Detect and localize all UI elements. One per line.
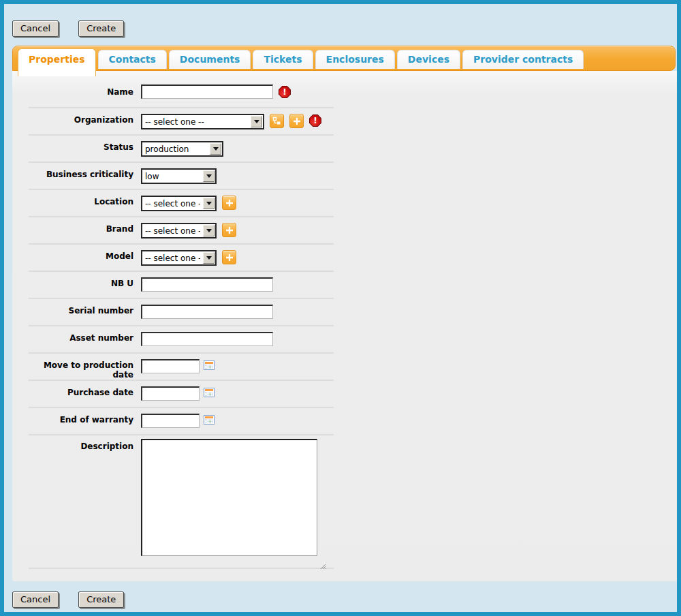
asset-number-input[interactable] [141, 332, 273, 346]
tab-contacts[interactable]: Contacts [98, 50, 167, 69]
form-row-brand: Brand -- select one -- [29, 216, 334, 243]
cancel-button[interactable]: Cancel [12, 20, 59, 37]
end-of-warranty-input[interactable] [141, 414, 200, 428]
organization-select[interactable]: -- select one -- [141, 114, 264, 129]
form-end-divider [29, 568, 334, 580]
plus-icon [225, 253, 234, 262]
location-label: Location [29, 190, 133, 206]
top-toolbar: Cancel Create [12, 20, 124, 37]
calendar-icon [204, 387, 215, 398]
chevron-down-icon [210, 143, 221, 155]
properties-panel: Name ! Organization -- select one -- [12, 71, 678, 581]
end-of-warranty-picker-button[interactable] [204, 414, 215, 427]
form-row-move-to-production-date: Move to production date [29, 352, 334, 380]
form-row-status: Status production [29, 134, 334, 161]
organization-label: Organization [29, 108, 133, 125]
name-label: Name [29, 80, 133, 97]
properties-form: Name ! Organization -- select one -- [29, 71, 334, 580]
resize-grip-icon[interactable] [320, 559, 326, 572]
purchase-date-picker-button[interactable] [204, 387, 215, 400]
status-select[interactable]: production [141, 141, 223, 157]
create-object-window: Cancel Create Properties Contacts Docume… [0, 0, 681, 616]
plus-icon [225, 199, 234, 207]
form-row-location: Location -- select one -- [29, 189, 334, 216]
asset-number-label: Asset number [29, 326, 133, 343]
model-select[interactable]: -- select one -- [141, 250, 217, 266]
form-row-nb-u: NB U [29, 271, 334, 298]
add-organization-button[interactable] [289, 114, 304, 128]
tab-properties[interactable]: Properties [18, 48, 96, 76]
end-of-warranty-label: End of warranty [29, 408, 133, 425]
plus-icon [293, 117, 301, 125]
add-model-button[interactable] [222, 250, 236, 264]
description-textarea[interactable] [141, 439, 317, 556]
tab-devices[interactable]: Devices [397, 50, 460, 69]
nb-u-input[interactable] [141, 277, 273, 292]
business-criticality-select[interactable]: low [141, 168, 217, 184]
brand-label: Brand [29, 217, 133, 234]
tab-provider-contracts[interactable]: Provider contracts [462, 50, 584, 69]
nb-u-label: NB U [29, 272, 133, 288]
create-button[interactable]: Create [78, 591, 124, 608]
form-row-end-of-warranty: End of warranty [29, 407, 334, 434]
status-label: Status [29, 136, 133, 152]
form-row-purchase-date: Purchase date [29, 380, 334, 407]
chevron-down-icon [203, 225, 215, 236]
purchase-date-input[interactable] [141, 386, 200, 401]
form-row-serial-number: Serial number [29, 298, 334, 325]
hierarchy-browse-button[interactable] [270, 114, 284, 128]
bottom-toolbar: Cancel Create [12, 591, 124, 608]
description-label: Description [29, 435, 133, 451]
tab-enclosures[interactable]: Enclosures [315, 50, 395, 69]
location-select[interactable]: -- select one -- [141, 196, 217, 211]
cancel-button[interactable]: Cancel [12, 591, 59, 608]
org-chart-icon [272, 117, 281, 125]
serial-number-input[interactable] [141, 305, 273, 319]
tab-tickets[interactable]: Tickets [253, 50, 313, 69]
tab-bar: Properties Contacts Documents Tickets En… [12, 46, 676, 71]
calendar-icon [204, 360, 215, 371]
mandatory-icon: ! [309, 114, 321, 127]
form-row-description: Description [29, 434, 334, 568]
form-row-model: Model -- select one -- [29, 243, 334, 271]
name-input[interactable] [141, 84, 273, 99]
move-to-production-date-picker-button[interactable] [204, 360, 215, 373]
plus-icon [225, 226, 234, 234]
form-row-business-criticality: Business criticality low [29, 161, 334, 189]
model-label: Model [29, 245, 133, 261]
serial-number-label: Serial number [29, 299, 133, 315]
mandatory-icon: ! [279, 86, 291, 98]
create-button[interactable]: Create [78, 20, 124, 37]
chevron-down-icon [203, 170, 215, 182]
move-to-production-date-label: Move to production date [29, 354, 133, 380]
add-location-button[interactable] [222, 196, 236, 210]
chevron-down-icon [203, 252, 215, 264]
chevron-down-icon [251, 116, 262, 127]
brand-select[interactable]: -- select one -- [141, 223, 217, 238]
calendar-icon [204, 414, 215, 425]
tab-documents[interactable]: Documents [169, 50, 251, 69]
move-to-production-date-input[interactable] [141, 359, 200, 373]
business-criticality-label: Business criticality [29, 163, 133, 179]
form-row-asset-number: Asset number [29, 325, 334, 352]
chevron-down-icon [203, 198, 215, 209]
add-brand-button[interactable] [222, 223, 236, 237]
form-row-organization: Organization -- select one -- [29, 107, 334, 134]
purchase-date-label: Purchase date [29, 381, 133, 397]
